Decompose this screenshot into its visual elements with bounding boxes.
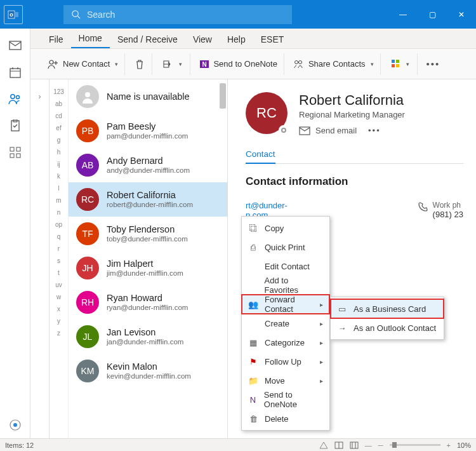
contact-email: ryan@dunder-mifflin.com <box>107 304 188 312</box>
alpha-cd[interactable]: cd <box>55 112 62 119</box>
onenote-icon: N <box>199 59 209 69</box>
ctx-delete[interactable]: 🗑Delete <box>242 409 329 428</box>
alpha-h[interactable]: h <box>57 149 61 156</box>
alpha-x[interactable]: x <box>57 306 60 313</box>
ctx-copy[interactable]: ⿻Copy <box>242 219 329 238</box>
outlook-icon: o <box>4 5 23 24</box>
contact-row[interactable]: JHJim Halpertjim@dunder-mifflin.com <box>69 251 227 285</box>
ctx-send-to-onenote[interactable]: NSend to OneNote <box>242 390 329 409</box>
tab-contact[interactable]: Contact <box>246 149 275 164</box>
alpha-t[interactable]: t <box>58 269 60 276</box>
ellipsis-icon: ••• <box>426 58 440 69</box>
send-email-link[interactable]: Send email <box>315 126 357 135</box>
alpha-w[interactable]: w <box>56 293 61 300</box>
alpha-123[interactable]: 123 <box>53 88 64 95</box>
alpha-r[interactable]: r <box>58 245 60 252</box>
forward-contact-submenu: ▭As a Business Card→As an Outlook Contac… <box>330 297 444 340</box>
ctx-sub-as-a-business-card[interactable]: ▭As a Business Card <box>331 299 444 318</box>
menu-send-receive[interactable]: Send / Receive <box>110 30 185 48</box>
contact-row[interactable]: ABAndy Bernardandy@dunder-mifflin.com <box>69 148 227 182</box>
contact-row[interactable]: KMKevin Malonkevin@dunder-mifflin.com <box>69 354 227 388</box>
calendar-icon[interactable] <box>8 65 22 79</box>
alpha-y[interactable]: y <box>57 318 60 325</box>
avatar: RC <box>76 188 99 211</box>
context-menu: ⿻Copy⎙Quick PrintEdit ContactAdd to Favo… <box>241 216 330 431</box>
title-bar: o Search — ▢ ✕ <box>0 0 476 29</box>
alpha-n[interactable]: n <box>57 209 61 216</box>
view-reading-icon[interactable] <box>350 441 359 449</box>
tasks-icon[interactable] <box>8 119 22 133</box>
alpha-g[interactable]: g <box>57 137 61 144</box>
maximize-button[interactable]: ▢ <box>418 0 447 29</box>
ctx-sub-as-an-outlook-contact[interactable]: →As an Outlook Contact <box>331 318 444 337</box>
menu-home[interactable]: Home <box>71 29 110 48</box>
alpha-ij[interactable]: ij <box>57 161 60 168</box>
ribbon: New Contact ▾ ▾ N Send to OneNote Share … <box>0 49 476 79</box>
minimize-button[interactable]: — <box>388 0 418 29</box>
svg-text:o: o <box>10 11 13 18</box>
menu-file[interactable]: File <box>41 30 71 48</box>
scrollbar[interactable] <box>220 83 226 109</box>
contact-name: Kevin Malon <box>107 361 191 372</box>
send-to-onenote-button[interactable]: N Send to OneNote <box>193 53 284 75</box>
ctx-edit-contact[interactable]: Edit Contact <box>242 257 329 276</box>
mail-icon[interactable] <box>8 39 22 53</box>
svg-point-22 <box>10 95 14 98</box>
ctx-label: Move <box>265 376 285 386</box>
ctx-label: Create <box>265 319 289 328</box>
close-button[interactable]: ✕ <box>447 0 476 29</box>
menu-eset[interactable]: ESET <box>253 30 292 48</box>
alpha-l[interactable]: l <box>58 185 59 192</box>
ctx-move[interactable]: 📁Move▸ <box>242 371 329 390</box>
status-bar: Items: 12 — ─ + 10% <box>0 438 476 451</box>
alpha-ef[interactable]: ef <box>56 125 61 131</box>
menu-help[interactable]: Help <box>220 30 253 48</box>
forward-button[interactable]: ▾ <box>155 53 190 75</box>
svg-rect-26 <box>10 147 14 151</box>
more-apps-icon[interactable] <box>8 145 22 159</box>
alpha-m[interactable]: m <box>56 197 61 204</box>
view-options-button[interactable]: ▾ <box>383 53 418 75</box>
contact-row[interactable]: JLJan Levisonjan@dunder-mifflin.com <box>69 320 227 354</box>
search-box[interactable]: Search <box>63 5 292 24</box>
ctx-forward-contact[interactable]: 👥Forward Contact▸ <box>242 295 329 314</box>
contact-name: Jan Levison <box>107 327 183 338</box>
folder-pane-toggle[interactable]: › <box>30 79 50 438</box>
contact-row[interactable]: PBPam Beeslypam@dunder-mifflin.com <box>69 114 227 148</box>
view-normal-icon[interactable] <box>334 441 343 449</box>
alpha-op[interactable]: op <box>55 221 62 228</box>
ctx-categorize[interactable]: ▦Categorize▸ <box>242 333 329 352</box>
contact-email: kevin@dunder-mifflin.com <box>107 372 191 380</box>
contact-row[interactable]: TFToby Flendersontoby@dunder-mifflin.com <box>69 217 227 251</box>
alpha-z[interactable]: z <box>57 330 60 337</box>
addins-icon[interactable] <box>8 418 22 432</box>
ctx-follow-up[interactable]: ⚑Follow Up▸ <box>242 352 329 371</box>
share-contacts-button[interactable]: Share Contacts ▾ <box>287 53 381 75</box>
alpha-q[interactable]: q <box>57 233 61 240</box>
alpha-k[interactable]: k <box>57 173 60 180</box>
ctx-label: Forward Contact <box>265 295 314 314</box>
send-onenote-label: Send to OneNote <box>213 59 277 69</box>
contact-name: Pam Beesly <box>107 121 188 132</box>
delete-button[interactable] <box>128 53 152 75</box>
contact-row[interactable]: RCRobert Californiarobert@dunder-mifflin… <box>69 182 227 217</box>
ctx-icon: N <box>248 395 258 405</box>
more-options-button[interactable]: ••• <box>420 53 447 75</box>
people-icon[interactable] <box>8 92 22 106</box>
alpha-ab[interactable]: ab <box>55 100 62 107</box>
contact-name: Ryan Howard <box>107 293 188 304</box>
alpha-index[interactable]: 123abcdefghijklmnopqrstuvwxyz <box>50 79 69 438</box>
alpha-s[interactable]: s <box>57 257 60 264</box>
ctx-create[interactable]: Create▸ <box>242 314 329 333</box>
zoom-slider[interactable] <box>390 444 440 446</box>
contact-name: Name is unavailable <box>107 91 190 102</box>
ctx-quick-print[interactable]: ⎙Quick Print <box>242 238 329 257</box>
ctx-add-to-favorites[interactable]: Add to Favorites <box>242 276 329 295</box>
envelope-icon[interactable] <box>299 126 310 135</box>
menu-view[interactable]: View <box>185 30 220 48</box>
contact-row[interactable]: RHRyan Howardryan@dunder-mifflin.com <box>69 285 227 320</box>
contact-row[interactable]: Name is unavailable <box>69 79 227 114</box>
new-contact-button[interactable]: New Contact ▾ <box>41 53 125 75</box>
more-actions-icon[interactable]: ••• <box>368 126 381 135</box>
alpha-uv[interactable]: uv <box>55 281 62 288</box>
